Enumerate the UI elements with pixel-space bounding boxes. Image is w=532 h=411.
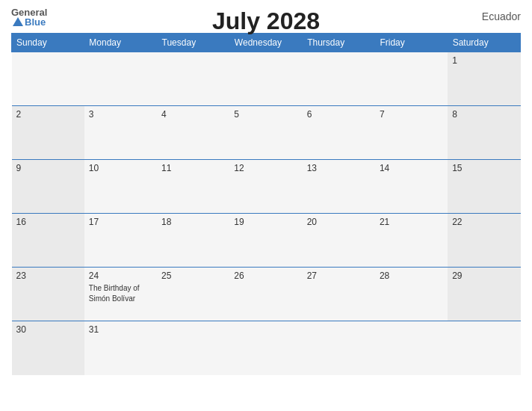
day-number: 30 — [16, 324, 80, 335]
calendar-cell — [448, 321, 520, 375]
calendar-cell — [303, 52, 375, 106]
day-number: 19 — [234, 217, 297, 227]
calendar-cell — [375, 52, 448, 106]
calendar-cell: 19 — [229, 214, 302, 268]
event-text: The Birthday of Simón Bolívar — [89, 284, 140, 303]
calendar-cell: 3 — [84, 106, 157, 160]
day-number: 4 — [161, 109, 225, 120]
calendar-cell: 17 — [84, 214, 157, 268]
day-number: 13 — [307, 163, 371, 173]
logo-blue-text: Blue — [25, 17, 46, 27]
day-number: 24 — [89, 271, 152, 281]
calendar-cell: 15 — [448, 160, 520, 214]
logo: General Blue — [11, 7, 47, 27]
day-number: 17 — [89, 217, 152, 227]
calendar-cell: 4 — [157, 106, 229, 160]
calendar-cell: 16 — [12, 214, 84, 268]
day-number: 21 — [380, 217, 443, 227]
day-number: 22 — [452, 217, 516, 227]
calendar-cell: 14 — [375, 160, 448, 214]
calendar-cell — [229, 321, 302, 375]
day-number: 18 — [161, 217, 225, 227]
calendar-title: July 2028 — [212, 7, 320, 35]
week-row-1: 2345678 — [12, 106, 521, 160]
calendar-cell: 31 — [84, 321, 157, 375]
calendar-cell: 23 — [12, 268, 84, 321]
day-header-monday: Monday — [84, 34, 157, 52]
day-header-thursday: Thursday — [303, 34, 375, 52]
calendar-cell: 5 — [229, 106, 302, 160]
calendar-cell: 7 — [375, 106, 448, 160]
calendar-cell: 30 — [12, 321, 84, 375]
day-number: 16 — [16, 217, 80, 227]
calendar-container: General Blue July 2028 Ecuador SundayMon… — [0, 0, 532, 411]
calendar-cell: 10 — [84, 160, 157, 214]
calendar-cell: 9 — [12, 160, 84, 214]
week-row-3: 16171819202122 — [12, 214, 521, 268]
calendar-cell: 12 — [229, 160, 302, 214]
week-row-0: 1 — [12, 52, 521, 106]
calendar-table: SundayMondayTuesdayWednesdayThursdayFrid… — [11, 33, 521, 375]
calendar-cell — [157, 321, 229, 375]
calendar-cell: 8 — [448, 106, 520, 160]
calendar-cell: 24The Birthday of Simón Bolívar — [84, 268, 157, 321]
calendar-cell: 20 — [303, 214, 375, 268]
week-row-5: 3031 — [12, 321, 521, 375]
calendar-cell — [375, 321, 448, 375]
calendar-cell: 6 — [303, 106, 375, 160]
day-number: 23 — [16, 271, 80, 281]
day-number: 2 — [16, 109, 80, 120]
week-row-2: 9101112131415 — [12, 160, 521, 214]
day-number: 8 — [452, 109, 516, 120]
day-number: 6 — [307, 109, 371, 120]
calendar-cell: 1 — [448, 52, 520, 106]
calendar-cell: 28 — [375, 268, 448, 321]
day-header-friday: Friday — [375, 34, 448, 52]
calendar-cell: 2 — [12, 106, 84, 160]
calendar-cell — [303, 321, 375, 375]
calendar-cell: 26 — [229, 268, 302, 321]
calendar-cell: 25 — [157, 268, 229, 321]
calendar-cell — [229, 52, 302, 106]
days-header-row: SundayMondayTuesdayWednesdayThursdayFrid… — [12, 34, 521, 52]
day-number: 27 — [307, 271, 371, 281]
day-number: 20 — [307, 217, 371, 227]
calendar-cell — [12, 52, 84, 106]
day-number: 14 — [380, 163, 443, 173]
day-number: 9 — [16, 163, 80, 173]
day-number: 11 — [161, 163, 225, 173]
calendar-cell — [84, 52, 157, 106]
calendar-cell: 11 — [157, 160, 229, 214]
day-header-sunday: Sunday — [12, 34, 84, 52]
calendar-cell: 21 — [375, 214, 448, 268]
day-number: 1 — [452, 55, 516, 66]
day-number: 25 — [161, 271, 225, 281]
calendar-cell: 18 — [157, 214, 229, 268]
day-number: 12 — [234, 163, 297, 173]
day-number: 31 — [89, 324, 152, 335]
day-number: 10 — [89, 163, 152, 173]
day-number: 7 — [380, 109, 443, 120]
calendar-cell: 22 — [448, 214, 520, 268]
calendar-cell: 13 — [303, 160, 375, 214]
day-number: 29 — [452, 271, 516, 281]
logo-triangle-icon — [13, 17, 23, 26]
day-number: 28 — [380, 271, 443, 281]
calendar-cell: 29 — [448, 268, 520, 321]
day-number: 15 — [452, 163, 516, 173]
week-row-4: 2324The Birthday of Simón Bolívar2526272… — [12, 268, 521, 321]
calendar-cell — [157, 52, 229, 106]
day-header-wednesday: Wednesday — [229, 34, 302, 52]
logo-blue-row: Blue — [11, 17, 46, 27]
day-number: 3 — [89, 109, 152, 120]
day-header-saturday: Saturday — [448, 34, 520, 52]
day-number: 5 — [234, 109, 297, 120]
calendar-header: General Blue July 2028 Ecuador — [11, 7, 521, 27]
day-header-tuesday: Tuesday — [157, 34, 229, 52]
day-number: 26 — [234, 271, 297, 281]
country-label: Ecuador — [482, 7, 521, 22]
calendar-cell: 27 — [303, 268, 375, 321]
